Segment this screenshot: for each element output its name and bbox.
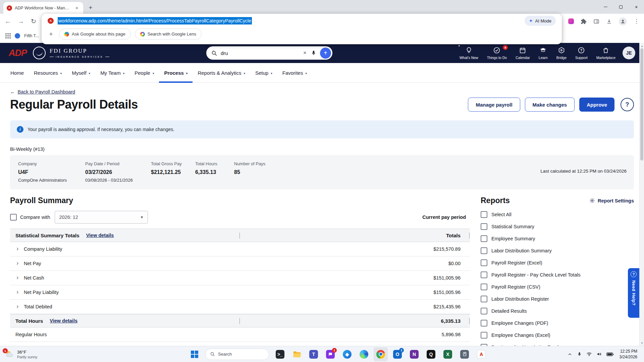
header-bridge[interactable]: B Bridge — [554, 47, 569, 60]
microphone-icon[interactable] — [311, 50, 317, 56]
refresh-icon[interactable]: ↻ — [31, 18, 36, 24]
compare-period-select[interactable]: 2026: 12 ▼ — [55, 211, 148, 224]
nav-process[interactable]: Process▾ — [159, 63, 193, 83]
taskbar-app-calculator[interactable] — [458, 347, 472, 361]
taskbar-app-excel[interactable]: X — [441, 347, 455, 361]
taskbar-app-chrome[interactable] — [374, 347, 388, 361]
header-calendar[interactable]: Calendar — [513, 47, 532, 60]
taskbar-app-chat[interactable]: 1 — [323, 347, 337, 361]
taskbar-app-onenote[interactable]: N — [407, 347, 421, 361]
tray-chevron-up-icon[interactable] — [567, 352, 573, 357]
browser-tab[interactable]: A ADP Workforce Now - Manage × — [3, 2, 83, 14]
extensions-puzzle-icon[interactable] — [581, 18, 587, 24]
approve-button[interactable]: Approve — [579, 98, 614, 112]
taskbar-app-acrobat[interactable]: A — [474, 347, 488, 361]
taskbar-search[interactable]: Search — [205, 349, 269, 360]
weather-widget[interactable]: 1 36°F Partly sunny — [5, 350, 38, 359]
taskbar-app-teams[interactable]: T — [307, 347, 321, 361]
nav-favorites[interactable]: Favorites▾ — [277, 63, 312, 83]
search-clear-icon[interactable]: × — [303, 50, 307, 56]
table-row-net-cash[interactable]: Net Cash $151,005.96 — [10, 271, 470, 285]
header-learn[interactable]: Learn — [536, 47, 550, 60]
select-all-row[interactable]: Select All — [481, 211, 634, 218]
report-item-labor-distribution-register[interactable]: Labor Distribution Register — [481, 296, 634, 302]
scrollbar-thumb[interactable] — [640, 48, 643, 161]
back-icon[interactable]: ← — [5, 18, 11, 24]
new-tab-button[interactable]: + — [86, 3, 95, 12]
user-avatar[interactable]: JE — [623, 47, 635, 59]
ai-mode-button[interactable]: ✦ AI Mode — [525, 16, 556, 26]
side-panel-icon[interactable] — [593, 18, 599, 24]
table-row-net-pay[interactable]: Net Pay $0.00 — [10, 256, 470, 271]
wifi-icon[interactable] — [586, 351, 592, 357]
table-row-total-debited[interactable]: Total Debited $215,435.96 — [10, 300, 470, 314]
volume-icon[interactable] — [596, 351, 602, 357]
nav-reports-analytics[interactable]: Reports & Analytics▾ — [193, 63, 250, 83]
browser-menu-icon[interactable]: ⋮ — [634, 18, 639, 25]
help-button[interactable]: ? — [621, 98, 634, 111]
select-all-checkbox[interactable] — [481, 211, 487, 218]
tab-close-icon[interactable]: × — [74, 5, 80, 11]
downloads-icon[interactable] — [606, 18, 612, 24]
chevron-right-icon[interactable] — [15, 247, 19, 251]
window-close-button[interactable]: × — [629, 0, 644, 14]
view-details-link[interactable]: View details — [86, 233, 114, 238]
nav-myself[interactable]: Myself▾ — [67, 63, 95, 83]
microphone-icon[interactable] — [577, 352, 582, 357]
table-row-net-pay-liability[interactable]: Net Pay Liability $151,005.96 — [10, 285, 470, 300]
report-checkbox[interactable] — [481, 296, 487, 302]
search-submit-button[interactable] — [320, 48, 331, 59]
report-item-labor-distribution-summary[interactable]: Labor Distribution Summary — [481, 247, 634, 254]
address-bar-url[interactable]: workforcenow.adp.com/theme/admin.html#/P… — [58, 17, 252, 24]
report-checkbox[interactable] — [481, 284, 487, 290]
nav-resources[interactable]: Resources▾ — [29, 63, 67, 83]
profile-icon[interactable] — [619, 17, 627, 25]
report-item-statistical-summary[interactable]: Statistical Summary — [481, 223, 634, 230]
forward-icon[interactable]: → — [18, 18, 24, 24]
global-search-input[interactable] — [221, 50, 299, 56]
ask-google-chip[interactable]: Ask Google about this page — [59, 28, 131, 40]
make-changes-button[interactable]: Make changes — [525, 98, 575, 112]
nav-people[interactable]: People▾ — [129, 63, 159, 83]
window-maximize-button[interactable] — [613, 0, 629, 14]
header-whats-new[interactable]: ✦ What's New — [457, 47, 481, 60]
start-button[interactable] — [188, 348, 201, 361]
report-item-employee-changes-pdf[interactable]: Employee Changes (PDF) — [481, 320, 634, 326]
scrollbar[interactable]: ▲ ▼ — [639, 43, 644, 346]
window-minimize-button[interactable] — [598, 0, 613, 14]
need-help-tab[interactable]: ? Need Help? — [628, 268, 639, 318]
report-settings-link[interactable]: Report Settings — [589, 198, 634, 203]
report-item-employee-summary[interactable]: Employee Summary — [481, 235, 634, 242]
taskbar-app-file-explorer[interactable] — [290, 347, 304, 361]
table-row-regular-hours[interactable]: Regular Hours 5,896.98 — [10, 327, 470, 342]
nav-home[interactable]: Home — [5, 63, 29, 83]
report-checkbox[interactable] — [481, 332, 487, 339]
taskbar-app-outlook[interactable]: O 1 — [390, 347, 405, 361]
bookmark-fifth-third[interactable]: Fifth T... — [24, 34, 39, 38]
taskbar-clock[interactable]: 12:25 PM 3/24/2026 — [620, 349, 637, 360]
report-item-detailed-results[interactable]: Detailed Results — [481, 308, 634, 314]
table-row-company-liability[interactable]: Company Liability $215,570.89 — [10, 242, 470, 256]
nav-my-team[interactable]: My Team▾ — [95, 63, 129, 83]
report-item-employee-changes-excel[interactable]: Employee Changes (Excel) — [481, 332, 634, 339]
report-item-payroll-register-csv[interactable]: Payroll Register (CSV) — [481, 284, 634, 290]
header-support[interactable]: ? Support — [573, 47, 590, 60]
report-checkbox[interactable] — [481, 308, 487, 314]
nav-setup[interactable]: Setup▾ — [250, 63, 277, 83]
header-marketplace[interactable]: Marketplace — [594, 47, 618, 60]
battery-icon[interactable] — [606, 352, 614, 357]
report-checkbox[interactable] — [481, 272, 487, 278]
taskbar-app-blue[interactable]: ◆ — [340, 347, 354, 361]
taskbar-app-q[interactable]: Q — [424, 347, 438, 361]
manage-payroll-button[interactable]: Manage payroll — [468, 98, 520, 112]
report-checkbox[interactable] — [481, 235, 487, 242]
chevron-right-icon[interactable] — [15, 261, 19, 265]
scroll-down-icon[interactable]: ▼ — [640, 341, 644, 345]
google-lens-chip[interactable]: Search with Google Lens — [135, 28, 202, 40]
view-details-link[interactable]: View details — [50, 318, 77, 323]
report-checkbox[interactable] — [481, 320, 487, 326]
report-checkbox[interactable] — [481, 259, 487, 266]
back-to-payroll-dashboard-link[interactable]: ← Back to Payroll Dashboard — [10, 89, 75, 95]
apps-grid-icon[interactable] — [5, 33, 11, 39]
header-things-to-do[interactable]: 9 Things to Do — [485, 47, 509, 60]
